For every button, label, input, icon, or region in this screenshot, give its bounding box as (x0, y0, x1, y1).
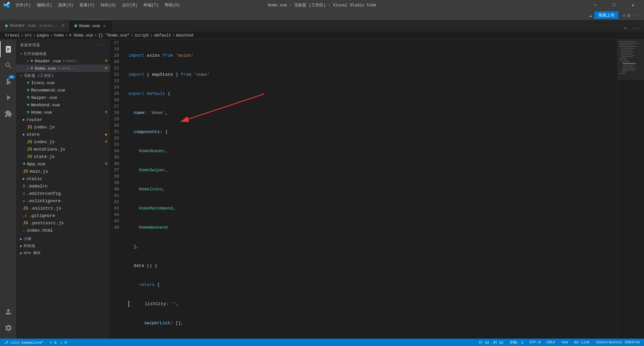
vue-file-icon-header: ▼ (31, 59, 33, 64)
git-branch-name: city-keepalive* (11, 341, 44, 345)
layout-icon[interactable]: ▥ (627, 12, 630, 18)
store-index-badge: M (105, 140, 107, 144)
file-editorconfig[interactable]: ⚙ .editorconfig (16, 190, 110, 197)
error-count[interactable]: ✕ 0 ⚠ 0 (49, 340, 68, 345)
cloud-icon: ☁ (589, 12, 592, 18)
file-swiper-vue[interactable]: ▼ Swiper.vue (16, 94, 110, 101)
file-postcssrc[interactable]: JS .postcssrc.js (16, 219, 110, 227)
timeline-section[interactable]: ▶ 时间线 (16, 242, 110, 249)
code-line-19: export default { (128, 91, 617, 97)
file-state[interactable]: JS state.js (16, 153, 110, 160)
breadcrumb-script[interactable]: script (135, 33, 149, 38)
open-editor-header[interactable]: ✕ ▼ Header.vue travel... M (16, 57, 110, 65)
code-content[interactable]: import axios from 'axios' import { mapSt… (125, 40, 617, 339)
file-babelrc[interactable]: ß .babelrc (16, 182, 110, 190)
html-icon: ◇ (23, 228, 25, 233)
sidebar: 资源管理器 ··· ▾ 打开的编辑器 ✕ ▼ Header.vue travel… (16, 40, 110, 339)
breadcrumb-src[interactable]: src (24, 33, 32, 38)
breadcrumb-mounted[interactable]: mounted (176, 33, 193, 38)
file-store-index[interactable]: JS index.js M (16, 138, 110, 146)
code-line-27: }, (128, 243, 617, 250)
menu-run[interactable]: 运行(R) (119, 2, 140, 9)
tab-home-vue[interactable]: Home.vue ✕ (69, 20, 112, 32)
activity-settings[interactable] (0, 320, 16, 336)
vue-icon-3: ▼ (27, 95, 30, 100)
more-actions-icon[interactable]: ··· (632, 12, 641, 18)
close-icon-home[interactable]: ✕ (27, 66, 29, 70)
file-icons-vue[interactable]: ▼ Icons.vue (16, 79, 110, 86)
app-modified-badge: M (105, 162, 107, 166)
activity-explorer[interactable] (0, 41, 16, 57)
menu-file[interactable]: 文件(F) (13, 2, 34, 9)
git-branch[interactable]: ⎇ city-keepalive* (3, 340, 45, 345)
close-icon-header[interactable]: ✕ (27, 59, 29, 63)
file-home-vue[interactable]: ▼ Home.vue M (16, 109, 110, 116)
open-editors-section[interactable]: ▾ 打开的编辑器 (16, 50, 110, 57)
go-live[interactable]: Go Live (573, 340, 591, 344)
vue-icon-app: ▼ (23, 162, 25, 167)
file-mutations[interactable]: JS mutations.js (16, 146, 110, 153)
language-mode[interactable]: Vue (560, 340, 570, 344)
notification[interactable]: constrainxin 3564742 (594, 340, 641, 344)
code-line-23: HomeSwiper, (128, 167, 617, 173)
minimize-button[interactable]: ─ (588, 0, 603, 10)
folder-router[interactable]: ▶ router (16, 116, 110, 123)
file-gitignore[interactable]: ⎇ .gitignore (16, 212, 110, 219)
vue-indicator-2 (74, 24, 77, 27)
file-main-js[interactable]: JS main.js (16, 168, 110, 175)
breadcrumb-default[interactable]: default (154, 33, 171, 38)
workspace-section[interactable]: ▾ 无标题 (工作区) (16, 72, 110, 79)
menu-terminal[interactable]: 终端(T) (141, 2, 162, 9)
outline-section[interactable]: ▶ 大纲 (16, 235, 110, 242)
menu-help[interactable]: 帮助(H) (162, 2, 183, 9)
folder-store[interactable]: ▶ store ● (16, 131, 110, 138)
close-button[interactable]: ✕ (625, 0, 641, 10)
activity-run[interactable] (0, 90, 16, 106)
breadcrumb-home[interactable]: home (54, 33, 64, 38)
file-index-html[interactable]: ◇ index.html (16, 227, 110, 234)
titlebar-menu: 文件(F) 编辑(E) 选择(S) 查看(V) 转到(G) 运行(R) 终端(T… (13, 2, 183, 9)
more-tab-actions-icon[interactable]: ··· (630, 25, 641, 32)
menu-edit[interactable]: 编辑(E) (34, 2, 55, 9)
activity-source-control[interactable]: 46 (0, 73, 16, 90)
source-control-icon[interactable]: ⇄ (623, 12, 625, 18)
sidebar-more-button[interactable]: ··· (97, 42, 106, 48)
split-editor-icon[interactable]: ⇔ (623, 24, 628, 32)
tab-label: Header.vue (10, 23, 36, 28)
breadcrumb-travel[interactable]: travel (5, 33, 19, 38)
maximize-button[interactable]: □ (606, 0, 622, 10)
activity-search[interactable] (0, 57, 16, 73)
file-recommend-vue[interactable]: ▼ Recommend.vue (16, 86, 110, 94)
code-line-18: import { mapState } from 'vuex' (128, 71, 617, 78)
open-editor-home[interactable]: ✕ ▼ Home.vue travel •.. M (16, 65, 110, 72)
code-editor[interactable]: 1718192021 2223242526 2728293031 3233343… (110, 40, 617, 339)
eol[interactable]: CRLF (545, 340, 557, 344)
tab-header-vue[interactable]: Header.vue travel... M (0, 20, 69, 32)
main-layout: 46 资源管理器 ··· ▾ 打开的编辑器 ✕ ▼ (0, 40, 644, 339)
menu-goto[interactable]: 转到(G) (98, 2, 119, 9)
breadcrumb-obj[interactable]: {} "Home.vue" (98, 33, 130, 38)
cloud-upload-button[interactable]: 拖拽上传 (594, 11, 619, 19)
breadcrumb-pages[interactable]: pages (37, 33, 49, 38)
tab-close-button[interactable]: ✕ (102, 23, 106, 29)
file-eslintignore[interactable]: ◈ .eslintignore (16, 197, 110, 205)
file-router-index[interactable]: JS index.js (16, 123, 110, 131)
line-col[interactable]: 行 62，列 32 (478, 340, 505, 345)
activity-account[interactable] (0, 304, 16, 320)
menu-view[interactable]: 查看(V) (77, 2, 98, 9)
file-app-vue[interactable]: ▼ App.vue M (16, 160, 110, 168)
file-weekend-vue[interactable]: ▼ Weekend.vue (16, 101, 110, 109)
open-editor-header-path: travel... (63, 59, 83, 63)
statusbar: ⎇ city-keepalive* ✕ 0 ⚠ 0 行 62，列 32 空格: … (0, 339, 644, 346)
folder-static[interactable]: ▶ static (16, 175, 110, 182)
activity-extensions[interactable] (0, 106, 16, 122)
spaces[interactable]: 空格: 2 (508, 340, 525, 345)
folder-router-arrow: ▶ (23, 118, 25, 122)
menu-select[interactable]: 选择(S) (55, 2, 76, 9)
file-eslintrc[interactable]: JS .eslintrc.js (16, 205, 110, 212)
encoding[interactable]: UTF-8 (528, 340, 542, 344)
folder-store-name: store (26, 132, 40, 137)
breadcrumb-file[interactable]: ▼ Home.vue (69, 33, 93, 38)
js-icon-2: JS (27, 139, 32, 145)
npm-scripts-section[interactable]: ▶ NPM 脚本 (16, 249, 110, 256)
